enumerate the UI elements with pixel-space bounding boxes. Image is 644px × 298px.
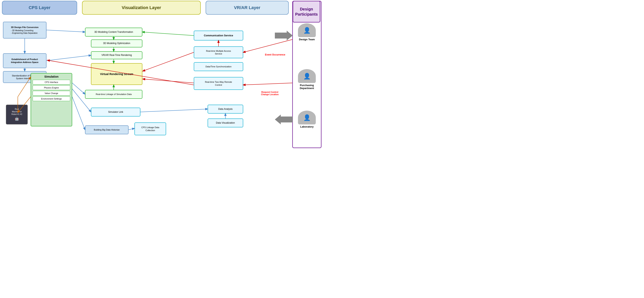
svg-line-8 xyxy=(72,97,85,130)
participant-design-team: 👤 Design Team xyxy=(293,23,320,41)
sim-cps-interface: CPS Interface xyxy=(33,80,70,84)
robot-icon: 🤖 xyxy=(12,116,22,121)
cps-layer-header: CPS Layer xyxy=(2,1,77,15)
content-transform-box: 3D Modeling Content Transformation xyxy=(85,28,142,36)
twoway-remote-box: Real-time Two-Way Remote Control xyxy=(194,77,243,90)
data-analysis-box: Data Analysis xyxy=(208,105,243,114)
request-control-label: Request Control Change Location xyxy=(261,91,278,96)
svg-marker-0 xyxy=(275,31,293,40)
vrar-layer-header: VR/AR Layer xyxy=(206,1,289,15)
sim-env-settings: Environment Settings xyxy=(33,96,70,101)
svg-line-12 xyxy=(143,52,194,71)
svg-line-21 xyxy=(142,32,194,35)
svg-line-6 xyxy=(72,83,85,94)
multi-access-box: Real-time Multiple Access Service xyxy=(194,46,243,58)
svg-line-5 xyxy=(46,55,91,61)
file-conversion-box: 3D Design File Conversion - 3D Modeling … xyxy=(3,22,46,38)
main-diagram: CPS Layer Visualization Layer VR/AR Laye… xyxy=(0,0,322,149)
sim-value-change: Value Change xyxy=(33,91,70,96)
participant-laboratory: 👤 Laboratory xyxy=(293,111,320,128)
event-occurrence-label: Event Occurrence xyxy=(265,53,285,56)
purchasing-avatar: 👤 xyxy=(298,69,316,83)
svg-line-4 xyxy=(46,30,85,32)
viz-layer-header: Visualization Layer xyxy=(82,1,201,15)
big-data-box: Building Big Data Historian xyxy=(85,125,128,134)
participants-header: DesignParticipants xyxy=(293,1,320,22)
realtime-render-box: VR/AR Real-Time Rendering xyxy=(91,51,142,59)
participant-purchasing: 👤 PurchasingDepartment xyxy=(293,69,320,90)
laboratory-avatar: 👤 xyxy=(298,111,316,124)
simulator-link-box: Simulator Link xyxy=(91,108,140,116)
arrow-from-lab xyxy=(275,115,293,124)
arrow-to-design-team xyxy=(275,31,293,40)
comm-service-box: Communication Service xyxy=(194,31,243,40)
simulation-container: Simulation CPS Interface Physics Engine … xyxy=(31,73,72,126)
address-space-box: Establishment of Product Integration Add… xyxy=(3,53,46,68)
svg-line-15 xyxy=(243,83,292,85)
data-viz-box: Data Visualization xyxy=(208,118,243,127)
real-machine-box: Real Machine or Robot #1 #2 🤖 xyxy=(6,105,28,124)
datetime-sync-box: Data/Time Synchronization xyxy=(194,62,243,71)
design-team-label: Design Team xyxy=(293,38,320,41)
svg-line-11 xyxy=(128,128,134,130)
sim-physics-engine: Physics Engine xyxy=(33,85,70,90)
virtual-stream-box: Virtual Rendering Stream xyxy=(91,63,142,85)
purchasing-label: PurchasingDepartment xyxy=(293,84,320,90)
svg-line-9 xyxy=(140,109,208,112)
svg-line-14 xyxy=(243,39,292,52)
realtime-linkage-box: Real-time Linkage of Simulation Data xyxy=(85,90,142,99)
svg-marker-1 xyxy=(275,115,293,124)
laboratory-label: Laboratory xyxy=(293,125,320,128)
svg-line-13 xyxy=(143,79,194,83)
cps-linkage-box: CPS Linkage Data Collection xyxy=(134,122,166,135)
simulation-title: Simulation xyxy=(31,73,72,79)
design-team-avatar: 👤 xyxy=(298,23,316,37)
modeling-opt-box: 3D Modeling Optimization xyxy=(91,39,142,47)
